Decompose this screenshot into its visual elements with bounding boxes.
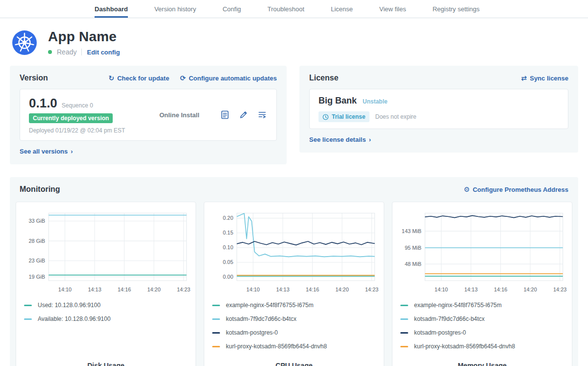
- app-header-text: App Name Ready Edit config: [48, 29, 120, 56]
- refresh-icon: ↻: [108, 75, 114, 81]
- legend-color-swatch: [212, 305, 220, 306]
- release-notes-icon[interactable]: [257, 109, 268, 120]
- currently-deployed-badge: Currently deployed version: [29, 113, 113, 123]
- legend-color-swatch: [212, 332, 220, 334]
- disk-usage-legend: Used: 10.128.0.96:9100Available: 10.128.…: [24, 302, 188, 329]
- svg-text:14:23: 14:23: [177, 287, 190, 292]
- svg-text:14:20: 14:20: [523, 287, 537, 292]
- legend-color-swatch: [212, 318, 220, 320]
- svg-text:19 GiB: 19 GiB: [29, 274, 45, 280]
- auto-update-icon: ⟳: [180, 75, 186, 81]
- tab-registry-settings[interactable]: Registry settings: [433, 0, 480, 18]
- gear-icon: ⚙: [464, 186, 470, 193]
- monitoring-title: Monitoring: [20, 185, 60, 194]
- svg-text:14:13: 14:13: [88, 287, 101, 292]
- svg-text:14:23: 14:23: [553, 287, 566, 292]
- disk-usage-chart: 14:1014:1314:1614:2014:2319 GiB23 GiB28 …: [21, 208, 191, 296]
- divider: [81, 49, 82, 55]
- legend-item: example-nginx-54f8f76755-l675m: [400, 302, 564, 309]
- tab-troubleshoot[interactable]: Troubleshoot: [268, 0, 304, 18]
- version-diff-icon[interactable]: [220, 109, 230, 120]
- legend-color-swatch: [400, 318, 408, 320]
- legend-label: kotsadm-postgres-0: [226, 329, 278, 336]
- configure-automatic-updates-button[interactable]: ⟳ Configure automatic updates: [180, 75, 277, 82]
- sync-icon: ⇄: [521, 75, 527, 81]
- tab-view-files[interactable]: View files: [379, 0, 406, 18]
- legend-item: kotsadm-7f9dc7d66c-b4tcx: [212, 315, 376, 322]
- version-actions: [220, 109, 268, 120]
- legend-color-swatch: [24, 305, 32, 306]
- svg-text:0.15: 0.15: [223, 230, 233, 235]
- legend-item: kotsadm-postgres-0: [212, 329, 376, 336]
- legend-color-swatch: [24, 318, 32, 320]
- svg-text:14:10: 14:10: [435, 287, 448, 292]
- tab-version-history[interactable]: Version history: [154, 0, 196, 18]
- cpu-usage-legend: example-nginx-54f8f76755-l675mkotsadm-7f…: [212, 302, 376, 357]
- svg-text:14:20: 14:20: [147, 287, 160, 292]
- see-all-versions-link[interactable]: See all versions ›: [20, 148, 73, 155]
- legend-item: example-nginx-54f8f76755-l675m: [212, 302, 376, 309]
- legend-item: kurl-proxy-kotsadm-8569fb6454-dnvh8: [212, 343, 376, 350]
- edit-config-link[interactable]: Edit config: [87, 49, 120, 56]
- legend-label: example-nginx-54f8f76755-l675m: [226, 302, 314, 309]
- tab-dashboard[interactable]: Dashboard: [95, 0, 128, 18]
- svg-text:95 MiB: 95 MiB: [405, 245, 421, 251]
- legend-color-swatch: [400, 305, 408, 306]
- chart-title: CPU Usage: [209, 357, 379, 366]
- tab-config[interactable]: Config: [222, 0, 241, 18]
- chevron-right-icon: ›: [71, 148, 73, 155]
- version-info: 0.1.0 Sequence 0 Currently deployed vers…: [29, 96, 139, 134]
- app-status-row: Ready Edit config: [48, 48, 120, 56]
- edit-yaml-icon[interactable]: [238, 109, 249, 120]
- svg-text:14:13: 14:13: [276, 287, 289, 292]
- legend-label: Available: 10.128.0.96:9100: [38, 315, 111, 322]
- legend-item: kotsadm-postgres-0: [400, 329, 564, 336]
- license-expiry-text: Does not expire: [375, 113, 416, 120]
- cpu-usage-card: 14:1014:1314:1614:2014:230.000.050.100.1…: [204, 202, 384, 366]
- legend-label: kotsadm-7f9dc7d66c-b4tcx: [414, 315, 485, 322]
- legend-item: kotsadm-7f9dc7d66c-b4tcx: [400, 315, 564, 322]
- svg-text:28 GiB: 28 GiB: [29, 238, 45, 244]
- status-dot-ready: [48, 50, 52, 54]
- deployed-version-box: 0.1.0 Sequence 0 Currently deployed vers…: [20, 89, 277, 141]
- chevron-right-icon: ›: [369, 136, 371, 143]
- tab-license[interactable]: License: [331, 0, 353, 18]
- install-type-label: Online Install: [139, 111, 220, 119]
- trial-license-badge: Trial license: [318, 111, 369, 122]
- svg-text:143 MiB: 143 MiB: [402, 228, 421, 234]
- legend-label: kotsadm-postgres-0: [414, 329, 466, 336]
- legend-label: kurl-proxy-kotsadm-8569fb6454-dnvh8: [226, 343, 327, 350]
- legend-color-swatch: [400, 332, 408, 334]
- legend-item: Available: 10.128.0.96:9100: [24, 315, 188, 322]
- svg-text:48 MiB: 48 MiB: [405, 261, 421, 267]
- legend-color-swatch: [212, 346, 220, 347]
- version-card-title: Version: [20, 74, 48, 82]
- app-status-text: Ready: [57, 48, 76, 56]
- app-title: App Name: [48, 29, 120, 45]
- top-navigation: Dashboard Version history Config Trouble…: [0, 0, 588, 18]
- memory-usage-legend: example-nginx-54f8f76755-l675mkotsadm-7f…: [400, 302, 564, 357]
- kubernetes-logo-icon: [12, 30, 37, 55]
- svg-text:14:16: 14:16: [494, 287, 507, 292]
- cards-row: Version ↻ Check for update ⟳ Configure a…: [0, 66, 588, 164]
- see-license-details-link[interactable]: See license details ›: [309, 136, 371, 143]
- check-for-update-button[interactable]: ↻ Check for update: [108, 75, 169, 82]
- svg-text:14:13: 14:13: [464, 287, 477, 292]
- version-sequence: Sequence 0: [62, 102, 93, 109]
- license-card: License ⇄ Sync license Big Bank Unstable…: [299, 66, 578, 153]
- memory-usage-card: 14:1014:1314:1614:2014:2348 MiB95 MiB143…: [392, 202, 572, 366]
- svg-text:23 GiB: 23 GiB: [29, 258, 45, 263]
- chart-title: Memory Usage: [397, 357, 567, 366]
- legend-color-swatch: [400, 346, 408, 347]
- svg-text:0.00: 0.00: [223, 274, 233, 280]
- svg-text:14:10: 14:10: [58, 287, 72, 292]
- version-number: 0.1.0: [29, 96, 57, 111]
- legend-label: Used: 10.128.0.96:9100: [38, 302, 100, 309]
- cpu-usage-chart: 14:1014:1314:1614:2014:230.000.050.100.1…: [209, 208, 379, 296]
- sync-license-button[interactable]: ⇄ Sync license: [521, 75, 568, 82]
- deployed-timestamp: Deployed 01/19/22 @ 02:04 pm EST: [29, 127, 139, 134]
- svg-text:14:10: 14:10: [246, 287, 260, 292]
- legend-label: example-nginx-54f8f76755-l675m: [414, 302, 502, 309]
- license-channel-label: Unstable: [363, 98, 388, 105]
- configure-prometheus-button[interactable]: ⚙ Configure Prometheus Address: [464, 186, 568, 193]
